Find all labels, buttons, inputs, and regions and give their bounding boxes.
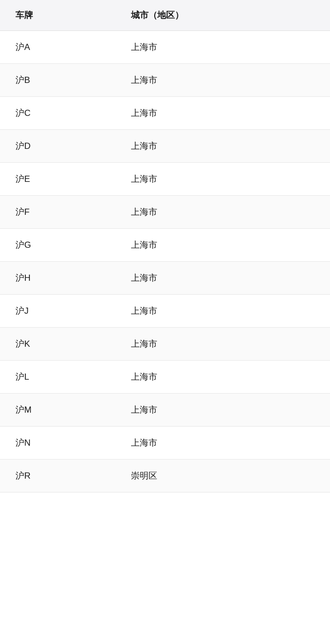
cell-plate: 沪A [0, 31, 116, 64]
cell-city: 崇明区 [116, 460, 330, 493]
cell-city: 上海市 [116, 130, 330, 163]
cell-plate: 沪H [0, 262, 116, 295]
cell-city: 上海市 [116, 196, 330, 229]
cell-city: 上海市 [116, 328, 330, 361]
header-plate: 车牌 [0, 0, 116, 31]
table-row: 沪L上海市 [0, 361, 330, 394]
table-row: 沪C上海市 [0, 97, 330, 130]
cell-plate: 沪F [0, 196, 116, 229]
table-header-row: 车牌 城市（地区） [0, 0, 330, 31]
table-row: 沪R崇明区 [0, 460, 330, 493]
table-row: 沪N上海市 [0, 427, 330, 460]
cell-plate: 沪K [0, 328, 116, 361]
license-plate-table: 车牌 城市（地区） 沪A上海市沪B上海市沪C上海市沪D上海市沪E上海市沪F上海市… [0, 0, 330, 493]
table-row: 沪K上海市 [0, 328, 330, 361]
table-row: 沪J上海市 [0, 295, 330, 328]
cell-plate: 沪J [0, 295, 116, 328]
cell-plate: 沪G [0, 229, 116, 262]
cell-plate: 沪R [0, 460, 116, 493]
table-row: 沪E上海市 [0, 163, 330, 196]
cell-city: 上海市 [116, 427, 330, 460]
cell-plate: 沪D [0, 130, 116, 163]
cell-city: 上海市 [116, 97, 330, 130]
cell-city: 上海市 [116, 31, 330, 64]
cell-city: 上海市 [116, 361, 330, 394]
cell-city: 上海市 [116, 229, 330, 262]
cell-plate: 沪N [0, 427, 116, 460]
cell-city: 上海市 [116, 394, 330, 427]
table-row: 沪B上海市 [0, 64, 330, 97]
table-row: 沪G上海市 [0, 229, 330, 262]
cell-plate: 沪L [0, 361, 116, 394]
table-row: 沪D上海市 [0, 130, 330, 163]
cell-plate: 沪E [0, 163, 116, 196]
cell-city: 上海市 [116, 295, 330, 328]
header-city: 城市（地区） [116, 0, 330, 31]
table-row: 沪M上海市 [0, 394, 330, 427]
cell-plate: 沪M [0, 394, 116, 427]
cell-city: 上海市 [116, 163, 330, 196]
cell-plate: 沪C [0, 97, 116, 130]
table-row: 沪H上海市 [0, 262, 330, 295]
cell-city: 上海市 [116, 64, 330, 97]
table-row: 沪F上海市 [0, 196, 330, 229]
cell-plate: 沪B [0, 64, 116, 97]
table-row: 沪A上海市 [0, 31, 330, 64]
cell-city: 上海市 [116, 262, 330, 295]
